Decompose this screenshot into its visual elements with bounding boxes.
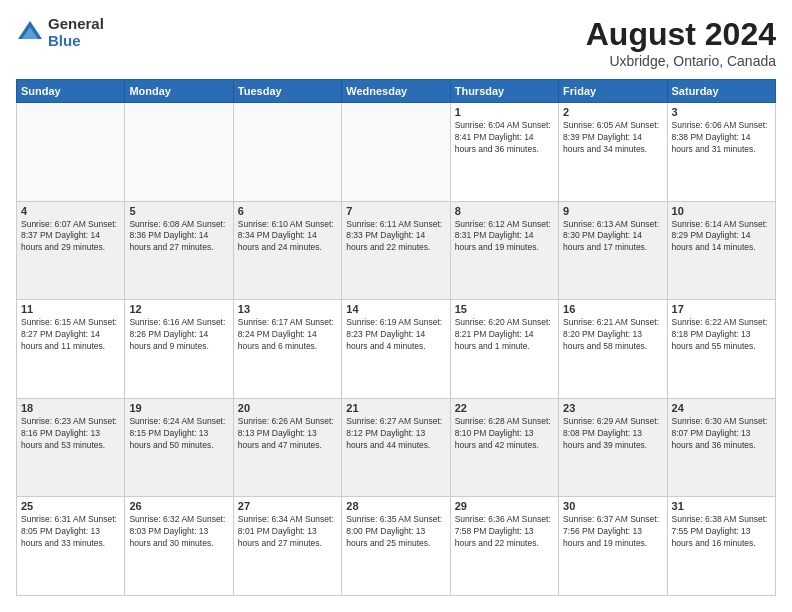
table-row [342, 103, 450, 202]
calendar-table: Sunday Monday Tuesday Wednesday Thursday… [16, 79, 776, 596]
day-number: 27 [238, 500, 337, 512]
day-number: 24 [672, 402, 771, 414]
day-number: 25 [21, 500, 120, 512]
table-row: 3Sunrise: 6:06 AM Sunset: 8:38 PM Daylig… [667, 103, 775, 202]
day-number: 16 [563, 303, 662, 315]
table-row: 29Sunrise: 6:36 AM Sunset: 7:58 PM Dayli… [450, 497, 558, 596]
table-row: 14Sunrise: 6:19 AM Sunset: 8:23 PM Dayli… [342, 300, 450, 399]
day-number: 26 [129, 500, 228, 512]
table-row: 24Sunrise: 6:30 AM Sunset: 8:07 PM Dayli… [667, 398, 775, 497]
day-number: 7 [346, 205, 445, 217]
day-info: Sunrise: 6:15 AM Sunset: 8:27 PM Dayligh… [21, 317, 120, 353]
day-number: 3 [672, 106, 771, 118]
table-row: 11Sunrise: 6:15 AM Sunset: 8:27 PM Dayli… [17, 300, 125, 399]
day-info: Sunrise: 6:16 AM Sunset: 8:26 PM Dayligh… [129, 317, 228, 353]
day-info: Sunrise: 6:06 AM Sunset: 8:38 PM Dayligh… [672, 120, 771, 156]
day-info: Sunrise: 6:29 AM Sunset: 8:08 PM Dayligh… [563, 416, 662, 452]
day-number: 17 [672, 303, 771, 315]
day-number: 1 [455, 106, 554, 118]
day-info: Sunrise: 6:37 AM Sunset: 7:56 PM Dayligh… [563, 514, 662, 550]
logo-blue: Blue [48, 33, 104, 50]
day-number: 20 [238, 402, 337, 414]
day-info: Sunrise: 6:27 AM Sunset: 8:12 PM Dayligh… [346, 416, 445, 452]
calendar-header-row: Sunday Monday Tuesday Wednesday Thursday… [17, 80, 776, 103]
day-info: Sunrise: 6:28 AM Sunset: 8:10 PM Dayligh… [455, 416, 554, 452]
day-number: 14 [346, 303, 445, 315]
table-row [233, 103, 341, 202]
logo-text: General Blue [48, 16, 104, 49]
day-info: Sunrise: 6:31 AM Sunset: 8:05 PM Dayligh… [21, 514, 120, 550]
day-info: Sunrise: 6:32 AM Sunset: 8:03 PM Dayligh… [129, 514, 228, 550]
day-number: 18 [21, 402, 120, 414]
day-number: 28 [346, 500, 445, 512]
table-row: 2Sunrise: 6:05 AM Sunset: 8:39 PM Daylig… [559, 103, 667, 202]
table-row: 6Sunrise: 6:10 AM Sunset: 8:34 PM Daylig… [233, 201, 341, 300]
day-info: Sunrise: 6:17 AM Sunset: 8:24 PM Dayligh… [238, 317, 337, 353]
table-row: 31Sunrise: 6:38 AM Sunset: 7:55 PM Dayli… [667, 497, 775, 596]
day-number: 10 [672, 205, 771, 217]
col-saturday: Saturday [667, 80, 775, 103]
day-number: 29 [455, 500, 554, 512]
day-info: Sunrise: 6:35 AM Sunset: 8:00 PM Dayligh… [346, 514, 445, 550]
page: General Blue August 2024 Uxbridge, Ontar… [0, 0, 792, 612]
day-info: Sunrise: 6:21 AM Sunset: 8:20 PM Dayligh… [563, 317, 662, 353]
table-row [17, 103, 125, 202]
day-number: 11 [21, 303, 120, 315]
title-location: Uxbridge, Ontario, Canada [586, 53, 776, 69]
table-row: 9Sunrise: 6:13 AM Sunset: 8:30 PM Daylig… [559, 201, 667, 300]
calendar-week-row: 1Sunrise: 6:04 AM Sunset: 8:41 PM Daylig… [17, 103, 776, 202]
day-info: Sunrise: 6:07 AM Sunset: 8:37 PM Dayligh… [21, 219, 120, 255]
table-row: 23Sunrise: 6:29 AM Sunset: 8:08 PM Dayli… [559, 398, 667, 497]
day-info: Sunrise: 6:30 AM Sunset: 8:07 PM Dayligh… [672, 416, 771, 452]
col-tuesday: Tuesday [233, 80, 341, 103]
day-info: Sunrise: 6:23 AM Sunset: 8:16 PM Dayligh… [21, 416, 120, 452]
day-number: 31 [672, 500, 771, 512]
table-row: 7Sunrise: 6:11 AM Sunset: 8:33 PM Daylig… [342, 201, 450, 300]
day-number: 22 [455, 402, 554, 414]
table-row: 13Sunrise: 6:17 AM Sunset: 8:24 PM Dayli… [233, 300, 341, 399]
table-row: 28Sunrise: 6:35 AM Sunset: 8:00 PM Dayli… [342, 497, 450, 596]
table-row: 5Sunrise: 6:08 AM Sunset: 8:36 PM Daylig… [125, 201, 233, 300]
day-number: 23 [563, 402, 662, 414]
title-block: August 2024 Uxbridge, Ontario, Canada [586, 16, 776, 69]
col-thursday: Thursday [450, 80, 558, 103]
day-info: Sunrise: 6:22 AM Sunset: 8:18 PM Dayligh… [672, 317, 771, 353]
day-info: Sunrise: 6:05 AM Sunset: 8:39 PM Dayligh… [563, 120, 662, 156]
day-info: Sunrise: 6:19 AM Sunset: 8:23 PM Dayligh… [346, 317, 445, 353]
table-row: 21Sunrise: 6:27 AM Sunset: 8:12 PM Dayli… [342, 398, 450, 497]
table-row: 26Sunrise: 6:32 AM Sunset: 8:03 PM Dayli… [125, 497, 233, 596]
day-number: 30 [563, 500, 662, 512]
day-info: Sunrise: 6:10 AM Sunset: 8:34 PM Dayligh… [238, 219, 337, 255]
day-info: Sunrise: 6:38 AM Sunset: 7:55 PM Dayligh… [672, 514, 771, 550]
day-number: 4 [21, 205, 120, 217]
day-number: 9 [563, 205, 662, 217]
table-row [125, 103, 233, 202]
calendar-week-row: 11Sunrise: 6:15 AM Sunset: 8:27 PM Dayli… [17, 300, 776, 399]
logo-general: General [48, 16, 104, 33]
title-month: August 2024 [586, 16, 776, 53]
table-row: 8Sunrise: 6:12 AM Sunset: 8:31 PM Daylig… [450, 201, 558, 300]
table-row: 25Sunrise: 6:31 AM Sunset: 8:05 PM Dayli… [17, 497, 125, 596]
table-row: 27Sunrise: 6:34 AM Sunset: 8:01 PM Dayli… [233, 497, 341, 596]
table-row: 15Sunrise: 6:20 AM Sunset: 8:21 PM Dayli… [450, 300, 558, 399]
calendar-week-row: 25Sunrise: 6:31 AM Sunset: 8:05 PM Dayli… [17, 497, 776, 596]
table-row: 17Sunrise: 6:22 AM Sunset: 8:18 PM Dayli… [667, 300, 775, 399]
table-row: 1Sunrise: 6:04 AM Sunset: 8:41 PM Daylig… [450, 103, 558, 202]
day-info: Sunrise: 6:11 AM Sunset: 8:33 PM Dayligh… [346, 219, 445, 255]
day-info: Sunrise: 6:13 AM Sunset: 8:30 PM Dayligh… [563, 219, 662, 255]
calendar-week-row: 18Sunrise: 6:23 AM Sunset: 8:16 PM Dayli… [17, 398, 776, 497]
day-info: Sunrise: 6:34 AM Sunset: 8:01 PM Dayligh… [238, 514, 337, 550]
day-info: Sunrise: 6:04 AM Sunset: 8:41 PM Dayligh… [455, 120, 554, 156]
logo: General Blue [16, 16, 104, 49]
day-number: 2 [563, 106, 662, 118]
table-row: 12Sunrise: 6:16 AM Sunset: 8:26 PM Dayli… [125, 300, 233, 399]
table-row: 22Sunrise: 6:28 AM Sunset: 8:10 PM Dayli… [450, 398, 558, 497]
table-row: 18Sunrise: 6:23 AM Sunset: 8:16 PM Dayli… [17, 398, 125, 497]
day-number: 5 [129, 205, 228, 217]
day-info: Sunrise: 6:36 AM Sunset: 7:58 PM Dayligh… [455, 514, 554, 550]
col-wednesday: Wednesday [342, 80, 450, 103]
calendar-week-row: 4Sunrise: 6:07 AM Sunset: 8:37 PM Daylig… [17, 201, 776, 300]
day-number: 8 [455, 205, 554, 217]
table-row: 20Sunrise: 6:26 AM Sunset: 8:13 PM Dayli… [233, 398, 341, 497]
table-row: 30Sunrise: 6:37 AM Sunset: 7:56 PM Dayli… [559, 497, 667, 596]
